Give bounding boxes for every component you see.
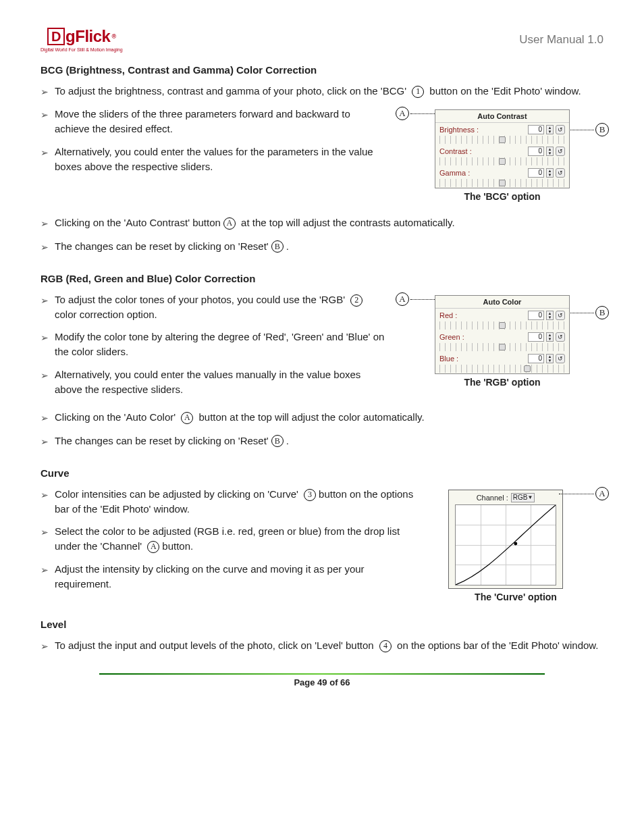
bullet: Alternatively, you could enter the value…	[56, 367, 387, 397]
contrast-input[interactable]: 0	[528, 147, 544, 156]
reset-icon[interactable]: ↺	[556, 147, 565, 156]
bullet: Adjust the intensity by clicking on the …	[56, 562, 414, 592]
label-brightness: Brightness :	[439, 126, 479, 134]
green-slider[interactable]	[439, 343, 565, 351]
panel-caption: The 'BCG' option	[401, 191, 603, 202]
gamma-stepper[interactable]: ▲▼	[546, 168, 554, 178]
bullet: Color intensities can be adjusted by cli…	[56, 487, 414, 517]
green-input[interactable]: 0	[528, 332, 544, 342]
blue-stepper[interactable]: ▲▼	[546, 354, 554, 363]
bullet: To adjust the color tones of your photos…	[56, 292, 387, 322]
reset-icon[interactable]: ↺	[556, 332, 565, 342]
rgb-panel: Auto Color Red : 0 ▲▼ ↺ Green : 0	[435, 295, 570, 374]
blue-slider[interactable]	[439, 365, 565, 373]
heading-bcg: BCG (Brightness, Contrast and Gamma) Col…	[41, 64, 603, 76]
page-number: Page 49 of 66	[41, 677, 603, 687]
channel-label: Channel :	[477, 494, 508, 502]
callout-A-icon: A	[396, 292, 409, 306]
heading-rgb: RGB (Red, Green and Blue) Color Correcti…	[41, 273, 603, 284]
bullet: Select the color to be adjusted (RGB i.e…	[56, 524, 414, 554]
red-input[interactable]: 0	[528, 311, 544, 320]
bullet: Clicking on the 'Auto Contrast' buttonA …	[56, 215, 603, 230]
bullet: Alternatively, you could enter the value…	[56, 145, 387, 174]
bullet: Clicking on the 'Auto Color' A button at…	[56, 410, 603, 425]
mark-B-icon: B	[271, 240, 284, 253]
contrast-slider[interactable]	[439, 157, 565, 165]
logo-tagline: Digital World For Still & Motion Imaging	[41, 47, 123, 52]
bullet: The changes can be reset by clicking on …	[56, 434, 603, 448]
auto-color-button[interactable]: Auto Color	[435, 296, 569, 309]
mark-3-icon: 3	[304, 489, 316, 501]
bullet: Modify the color tone by altering the de…	[56, 330, 387, 359]
brightness-slider[interactable]	[439, 136, 565, 144]
curve-panel: Channel : RGB ▼	[448, 490, 563, 589]
mark-B-icon: B	[271, 435, 284, 447]
reset-icon[interactable]: ↺	[556, 354, 565, 363]
callout-B-icon: B	[595, 123, 609, 136]
bullet: To adjust the brightness, contrast and g…	[56, 84, 603, 99]
header-title: User Manual 1.0	[519, 33, 603, 47]
green-stepper[interactable]: ▲▼	[546, 332, 554, 342]
red-slider[interactable]	[439, 321, 565, 330]
panel-caption: The 'RGB' option	[401, 377, 603, 388]
label-green: Green :	[439, 333, 464, 341]
label-red: Red :	[439, 311, 457, 319]
mark-A-icon: A	[223, 217, 236, 230]
logo: DgFlick® Digital World For Still & Motio…	[41, 27, 123, 52]
reset-icon[interactable]: ↺	[556, 311, 565, 320]
reset-icon[interactable]: ↺	[556, 168, 565, 178]
blue-input[interactable]: 0	[528, 354, 544, 363]
mark-4-icon: 4	[379, 640, 392, 652]
mark-1-icon: 1	[412, 86, 424, 98]
curve-canvas[interactable]	[455, 504, 556, 585]
mark-A-icon: A	[147, 541, 159, 553]
mark-2-icon: 2	[350, 294, 363, 307]
reset-icon[interactable]: ↺	[556, 125, 565, 134]
page-header: DgFlick® Digital World For Still & Motio…	[41, 27, 603, 52]
callout-A-icon: A	[595, 487, 609, 500]
bullet: Move the sliders of the three parameters…	[56, 107, 387, 136]
label-blue: Blue :	[439, 355, 458, 363]
contrast-stepper[interactable]: ▲▼	[546, 147, 554, 156]
heading-curve: Curve	[41, 467, 603, 479]
callout-A-icon: A	[396, 107, 409, 120]
label-contrast: Contrast :	[439, 147, 472, 155]
panel-caption: The 'Curve' option	[428, 592, 603, 602]
bullet: To adjust the input and output levels of…	[56, 638, 603, 653]
brightness-stepper[interactable]: ▲▼	[546, 125, 554, 134]
heading-level: Level	[41, 619, 603, 630]
gamma-input[interactable]: 0	[528, 168, 544, 178]
chevron-down-icon: ▼	[527, 494, 533, 500]
gamma-slider[interactable]	[439, 179, 565, 187]
svg-point-0	[514, 542, 517, 546]
bcg-panel: Auto Contrast Brightness : 0 ▲▼ ↺ Contra…	[435, 109, 570, 188]
page-footer: Page 49 of 66	[41, 673, 603, 687]
callout-B-icon: B	[595, 306, 609, 319]
bullet: The changes can be reset by clicking on …	[56, 239, 603, 254]
label-gamma: Gamma :	[439, 169, 470, 177]
brightness-input[interactable]: 0	[528, 125, 544, 134]
auto-contrast-button[interactable]: Auto Contrast	[435, 110, 569, 123]
red-stepper[interactable]: ▲▼	[546, 311, 554, 320]
mark-A-icon: A	[181, 412, 193, 424]
channel-select[interactable]: RGB ▼	[511, 493, 535, 502]
